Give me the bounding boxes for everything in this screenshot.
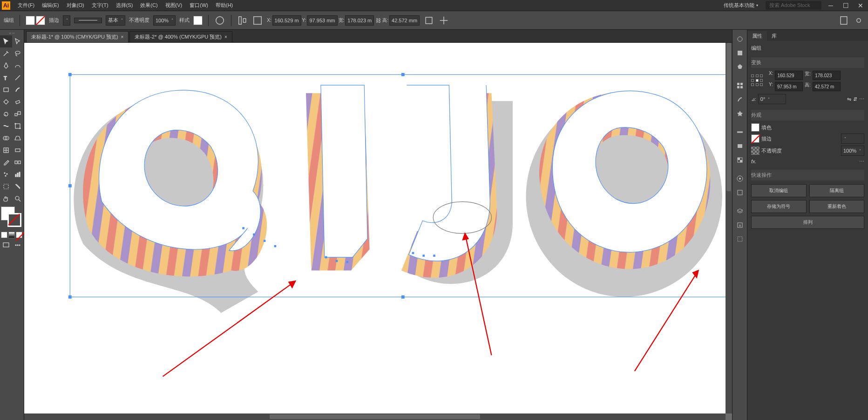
color-mode-swatch[interactable] [1,232,7,238]
y-input[interactable]: 97.953 mm [307,15,337,26]
rectangle-tool[interactable] [0,84,12,96]
symbol-spray-tool[interactable] [0,168,12,180]
stroke-profile[interactable] [74,18,102,23]
blend-tool[interactable] [12,156,24,168]
edit-toolbar[interactable] [12,239,24,251]
dock-brushes-icon[interactable] [733,93,746,106]
free-transform-tool[interactable] [12,120,24,132]
type-tool[interactable]: T [0,72,12,84]
tab-properties[interactable]: 属性 [747,31,767,41]
search-stock[interactable]: 搜索 Adobe Stock [766,1,821,10]
transform-icon[interactable] [252,15,263,26]
prefs-icon[interactable] [853,15,864,26]
menu-effect[interactable]: 效果(C) [136,0,161,11]
dock-properties-icon[interactable] [733,33,746,46]
shape-mode-icon[interactable] [423,15,434,26]
workspace-switcher[interactable]: 传统基本功能 ▾ [720,1,762,10]
eyedropper-tool[interactable] [0,156,12,168]
reference-point-widget[interactable] [751,74,764,87]
zoom-tool[interactable] [12,193,24,205]
slice-tool[interactable] [12,180,24,193]
stroke-color-box[interactable] [7,213,21,227]
flip-h-icon[interactable]: ⇋ [847,96,851,102]
none-mode-swatch[interactable] [16,232,22,238]
menu-window[interactable]: 窗口(W) [186,0,212,11]
direct-selection-tool[interactable] [12,35,24,47]
mesh-tool[interactable] [0,144,12,156]
document-tab-2[interactable]: 未标题-2* @ 400% (CMYK/GPU 预览)× [129,31,232,42]
maximize-button[interactable]: ☐ [840,1,851,10]
prop-x-input[interactable] [775,71,803,80]
scrollbar-thumb[interactable] [270,414,480,419]
prop-fill-swatch[interactable] [751,123,760,132]
flip-v-icon[interactable]: ⇵ [853,96,857,102]
graph-tool[interactable] [12,168,24,180]
scale-tool[interactable] [12,108,24,120]
tab-close-icon[interactable]: × [121,34,124,40]
gradient-mode-swatch[interactable] [8,232,15,238]
prop-stroke-swatch[interactable] [751,134,760,143]
width-tool[interactable] [0,120,12,132]
prop-opacity-swatch[interactable] [751,147,760,155]
rotate-tool[interactable] [0,108,12,120]
pen-tool[interactable] [0,60,12,72]
stroke-swatch[interactable] [36,16,45,25]
fx-icon[interactable]: fx. [751,159,757,164]
opacity-dropdown[interactable]: 100% [153,15,176,26]
dock-stroke-icon[interactable] [733,126,746,139]
gradient-tool[interactable] [12,144,24,156]
ungroup-button[interactable]: 取消编组 [751,184,807,197]
x-input[interactable]: 160.529 m [272,15,301,26]
dock-appearance-icon[interactable] [733,172,746,185]
brush-tool[interactable] [12,84,24,96]
save-symbol-button[interactable]: 存储为符号 [751,200,807,213]
recolor-icon[interactable] [214,15,225,26]
scrollbar-thumb[interactable] [726,43,731,191]
isolate-button[interactable]: 隔离组 [809,184,865,197]
dock-layers-icon[interactable] [733,205,746,218]
canvas[interactable] [24,43,726,413]
eraser-tool[interactable] [12,96,24,108]
fill-swatch[interactable] [26,16,35,25]
magic-wand-tool[interactable] [0,47,12,60]
curvature-tool[interactable] [12,60,24,72]
selection-tool[interactable] [0,35,12,47]
fill-stroke-tool[interactable] [1,207,23,229]
close-button[interactable]: ✕ [855,1,866,10]
graphic-style-swatch[interactable] [193,16,203,25]
tab-libraries[interactable]: 库 [767,31,781,41]
prop-opacity-input[interactable]: 100% [841,146,864,156]
dock-color-icon[interactable] [733,47,746,60]
more-options-icon[interactable]: ⋯ [859,96,864,102]
w-input[interactable]: 178.023 m [345,15,374,26]
stroke-weight-dropdown[interactable] [63,15,70,26]
vertical-scrollbar[interactable] [726,43,732,413]
screen-mode-tool[interactable] [0,239,12,251]
menu-select[interactable]: 选择(S) [112,0,137,11]
shaper-tool[interactable] [0,96,12,108]
dock-graphicstyles-icon[interactable] [733,186,746,199]
link-wh-icon[interactable]: ⛓ [375,17,381,24]
dock-gradient-icon[interactable] [733,140,746,153]
dock-artboards-icon[interactable] [733,233,746,246]
isolate-icon[interactable] [438,15,449,26]
appearance-more-icon[interactable]: ⋯ [859,159,864,165]
toolbox-grip[interactable]: « ‹‹ [0,31,24,35]
fill-stroke-swatches[interactable] [26,16,45,25]
menu-type[interactable]: 文字(T) [88,0,112,11]
dock-symbols-icon[interactable] [733,107,746,120]
document-tab-1[interactable]: 未标题-1* @ 100% (CMYK/GPU 预览)× [26,31,129,42]
menu-file[interactable]: 文件(F) [14,0,38,11]
prop-y-input[interactable] [775,82,803,91]
prop-angle-input[interactable]: 0° [758,94,786,104]
dock-transparency-icon[interactable] [733,153,746,167]
doc-setup-icon[interactable] [838,15,849,26]
menu-object[interactable]: 对象(O) [63,0,88,11]
shape-builder-tool[interactable] [0,132,12,144]
arrange-button[interactable]: 排列 [751,216,864,229]
horizontal-scrollbar[interactable] [24,413,726,420]
menu-edit[interactable]: 编辑(E) [38,0,63,11]
dock-colorguide-icon[interactable] [733,60,746,73]
h-input[interactable]: 42.572 mm [389,15,420,26]
menu-view[interactable]: 视图(V) [162,0,186,11]
